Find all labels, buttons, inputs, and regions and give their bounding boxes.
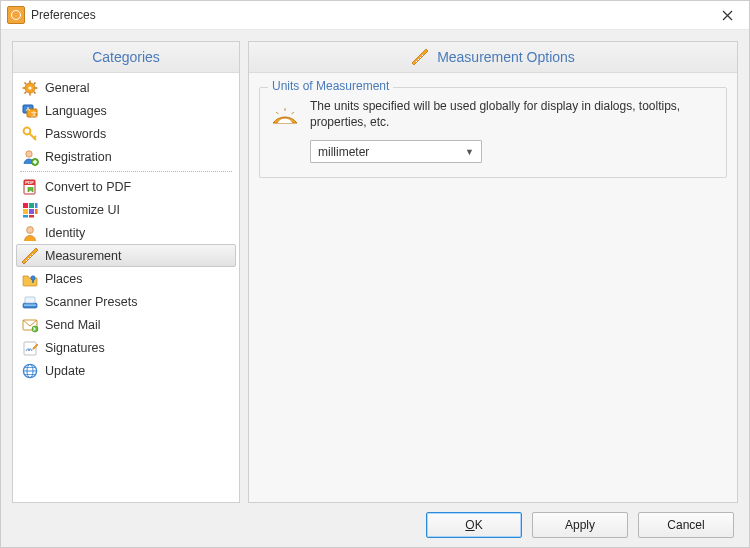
category-label: Send Mail [45, 318, 101, 332]
body: Categories General Languages Passwords R… [1, 30, 749, 503]
category-customize-ui[interactable]: Customize UI [16, 198, 236, 221]
globe-icon [21, 362, 39, 380]
category-scanner-presets[interactable]: Scanner Presets [16, 290, 236, 313]
category-places[interactable]: Places [16, 267, 236, 290]
category-label: General [45, 81, 89, 95]
pdf-icon [21, 178, 39, 196]
category-passwords[interactable]: Passwords [16, 122, 236, 145]
units-groupbox: Units of Measurement The units specified… [259, 87, 727, 178]
category-convert-to-pdf[interactable]: Convert to PDF [16, 175, 236, 198]
folder-pin-icon [21, 270, 39, 288]
units-description: The units specified will be used globall… [310, 98, 716, 130]
gear-icon [21, 79, 39, 97]
button-label: Cancel [667, 518, 704, 532]
category-label: Registration [45, 150, 112, 164]
app-icon [7, 6, 25, 24]
categories-panel: Categories General Languages Passwords R… [12, 41, 240, 503]
ok-button[interactable]: OK [426, 512, 522, 538]
close-button[interactable] [705, 1, 749, 29]
category-label: Places [45, 272, 83, 286]
ruler-icon [411, 48, 429, 66]
category-label: Languages [45, 104, 107, 118]
category-label: Convert to PDF [45, 180, 131, 194]
button-label: OK [465, 518, 482, 532]
titlebar: Preferences [1, 1, 749, 30]
options-header-title: Measurement Options [437, 49, 575, 65]
preferences-window: Preferences Categories General Languages [0, 0, 750, 548]
button-label: Apply [565, 518, 595, 532]
cancel-button[interactable]: Cancel [638, 512, 734, 538]
options-header: Measurement Options [249, 42, 737, 73]
apply-button[interactable]: Apply [532, 512, 628, 538]
category-registration[interactable]: Registration [16, 145, 236, 168]
category-send-mail[interactable]: Send Mail [16, 313, 236, 336]
category-label: Customize UI [45, 203, 120, 217]
categories-list: General Languages Passwords Registration [13, 73, 239, 502]
category-general[interactable]: General [16, 76, 236, 99]
categories-header: Categories [13, 42, 239, 73]
category-label: Measurement [45, 249, 121, 263]
options-content: Units of Measurement The units specified… [249, 73, 737, 502]
category-label: Signatures [45, 341, 105, 355]
scanner-icon [21, 293, 39, 311]
options-panel: Measurement Options Units of Measurement… [248, 41, 738, 503]
category-languages[interactable]: Languages [16, 99, 236, 122]
category-label: Identity [45, 226, 85, 240]
units-group-title: Units of Measurement [268, 79, 393, 93]
category-label: Scanner Presets [45, 295, 137, 309]
chevron-down-icon: ▼ [463, 147, 476, 157]
ruler-icon [21, 247, 39, 265]
identity-icon [21, 224, 39, 242]
category-separator [20, 171, 232, 172]
category-measurement[interactable]: Measurement [16, 244, 236, 267]
key-icon [21, 125, 39, 143]
user-add-icon [21, 148, 39, 166]
category-signatures[interactable]: Signatures [16, 336, 236, 359]
protractor-icon [270, 100, 300, 130]
units-select[interactable]: millimeter ▼ [310, 140, 482, 163]
languages-icon [21, 102, 39, 120]
category-identity[interactable]: Identity [16, 221, 236, 244]
category-label: Update [45, 364, 85, 378]
dialog-footer: OK Apply Cancel [1, 503, 749, 547]
window-title: Preferences [31, 8, 96, 22]
units-select-value: millimeter [318, 145, 369, 159]
close-icon [722, 10, 733, 21]
mail-icon [21, 316, 39, 334]
signature-icon [21, 339, 39, 357]
grid-icon [21, 201, 39, 219]
category-label: Passwords [45, 127, 106, 141]
category-update[interactable]: Update [16, 359, 236, 382]
